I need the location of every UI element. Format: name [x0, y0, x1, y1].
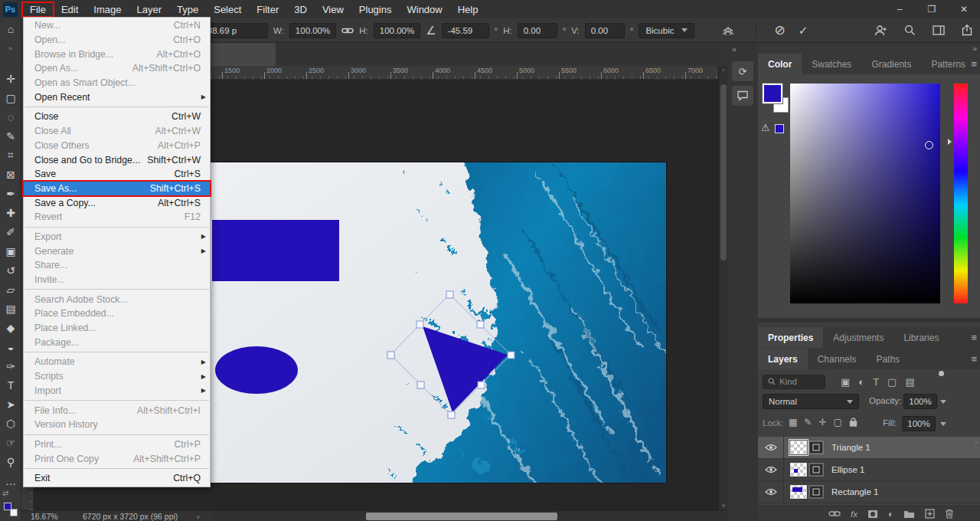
filter-type-layers-icon[interactable]: T [873, 376, 879, 388]
file-menu-item-exit[interactable]: ExitCtrl+Q [24, 471, 210, 486]
expand-panels-icon[interactable]: » [972, 44, 977, 53]
share-user-icon[interactable] [874, 25, 887, 36]
filter-shape-layers-icon[interactable]: ▢ [887, 376, 897, 388]
panel-menu-icon[interactable]: ≡ [971, 332, 977, 343]
tab-color[interactable]: Color [758, 54, 802, 74]
home-icon[interactable]: ⌂ [0, 23, 21, 35]
layer-thumbnails[interactable] [790, 485, 824, 499]
tab-layers[interactable]: Layers [758, 349, 808, 369]
file-menu-item-import[interactable]: Import▶ [24, 384, 210, 398]
file-menu-item-revert[interactable]: RevertF12 [24, 210, 210, 224]
layer-row-rectangle[interactable]: Rectangle 1 [758, 481, 980, 503]
tab-swatches[interactable]: Swatches [802, 54, 861, 74]
filter-toggle-dot[interactable] [939, 371, 944, 376]
foreground-color-swatch[interactable] [4, 503, 11, 510]
chevron-down-icon[interactable] [940, 422, 946, 426]
version-history-icon[interactable]: ⟳ [732, 61, 753, 81]
color-picker-ring[interactable] [925, 141, 933, 149]
filter-pixel-layers-icon[interactable]: ▣ [841, 376, 850, 388]
height-field[interactable]: 100.00% [374, 23, 420, 38]
chevron-down-icon[interactable] [940, 400, 946, 404]
blur-tool-icon[interactable]: ◆ [0, 318, 21, 337]
width-field[interactable]: 100.00% [289, 23, 336, 38]
search-icon[interactable] [904, 25, 916, 36]
file-menu-item-automate[interactable]: Automate▶ [24, 355, 210, 369]
layers-scroll-up-icon[interactable]: ^ [975, 440, 978, 447]
menubar-item-image[interactable]: Image [86, 2, 129, 17]
file-menu-item-open-as-smart-object[interactable]: Open as Smart Object... [24, 76, 210, 90]
marquee-tool-icon[interactable]: ▢ [0, 88, 21, 107]
panel-menu-icon[interactable]: ≡ [971, 58, 977, 70]
eyedropper-tool-icon[interactable]: ✒ [0, 184, 21, 203]
layer-thumbnails[interactable] [790, 441, 824, 454]
opacity-field[interactable]: 100% [903, 394, 937, 409]
visibility-cell[interactable] [758, 481, 784, 503]
lock-position-icon[interactable]: ✛ [818, 417, 826, 428]
file-menu-item-close-and-go-to-bridge[interactable]: Close and Go to Bridge...Shift+Ctrl+W [24, 152, 210, 167]
angle-field[interactable]: -45.59 [442, 23, 489, 38]
swap-colors-icon[interactable]: ⇄ [2, 489, 8, 497]
share-export-icon[interactable] [962, 25, 972, 36]
zoom-tool-icon[interactable]: ⚲ [0, 452, 21, 471]
file-menu-item-export[interactable]: Export▶ [24, 230, 210, 244]
lock-artboard-icon[interactable]: ▢ [833, 417, 841, 428]
file-menu-item-close-all[interactable]: Close AllAlt+Ctrl+W [24, 124, 210, 139]
file-menu-item-search-adobe-stock[interactable]: Search Adobe Stock... [24, 292, 210, 306]
gamut-warning-icon[interactable]: ⚠ [761, 122, 770, 133]
menubar-item-3d[interactable]: 3D [286, 2, 315, 17]
menubar-item-window[interactable]: Window [399, 2, 449, 17]
layer-thumbnails[interactable] [790, 463, 824, 477]
lock-all-icon[interactable] [849, 418, 858, 427]
brush-tool-icon[interactable]: ✐ [0, 222, 21, 241]
blend-mode-select[interactable]: Normal [763, 394, 859, 409]
interpolation-select[interactable]: Bicubic [639, 23, 694, 38]
document-artwork[interactable] [211, 162, 666, 483]
file-menu-item-close[interactable]: CloseCtrl+W [24, 110, 210, 124]
foreground-background-swatches[interactable] [4, 503, 18, 516]
file-menu-item-browse-in-bridge[interactable]: Browse in Bridge...Alt+Ctrl+O [24, 47, 210, 61]
menubar-item-select[interactable]: Select [206, 2, 249, 17]
collapse-panels-icon[interactable]: « [732, 44, 737, 54]
type-tool-icon[interactable]: T [0, 375, 21, 395]
toolbar-collapse-icon[interactable]: » [0, 44, 21, 52]
warp-mode-icon[interactable] [721, 25, 735, 37]
tab-libraries[interactable]: Libraries [893, 327, 949, 348]
fill-field[interactable]: 100% [902, 416, 936, 431]
new-layer-icon[interactable] [925, 509, 935, 519]
zoom-level[interactable]: 16.67% [31, 512, 58, 521]
file-menu-item-print-one-copy[interactable]: Print One CopyAlt+Shift+Ctrl+P [24, 451, 210, 466]
file-menu-item-close-others[interactable]: Close OthersAlt+Ctrl+P [24, 139, 210, 153]
color-field[interactable] [790, 84, 940, 303]
layer-row-ellipse[interactable]: Ellipse 1 [758, 459, 980, 481]
filter-smart-objects-icon[interactable]: ▤ [905, 376, 914, 388]
file-menu-item-invite[interactable]: Invite... [24, 273, 210, 287]
hand-tool-icon[interactable]: ☞ [0, 433, 21, 452]
file-menu-item-save[interactable]: SaveCtrl+S [24, 167, 210, 182]
menubar-item-filter[interactable]: Filter [249, 2, 286, 17]
file-menu-item-version-history[interactable]: Version History [24, 418, 210, 432]
menubar-item-edit[interactable]: Edit [54, 2, 86, 17]
file-menu-item-file-info[interactable]: File Info...Alt+Shift+Ctrl+I [24, 403, 210, 418]
pen-tool-icon[interactable]: ✑ [0, 356, 21, 375]
link-layers-icon[interactable] [828, 510, 841, 517]
file-menu-item-print[interactable]: Print...Ctrl+P [24, 437, 210, 452]
filter-adjustment-layers-icon[interactable]: ◐ [858, 376, 864, 388]
tab-properties[interactable]: Properties [758, 327, 823, 348]
v-skew-field[interactable]: 0.00 [585, 23, 625, 38]
adjustment-layer-icon[interactable]: ◐ [888, 509, 893, 519]
shape-tool-icon[interactable]: ⬡ [0, 414, 21, 433]
dodge-tool-icon[interactable]: ◒ [0, 337, 21, 356]
horizontal-scrollbar[interactable] [213, 511, 733, 521]
visibility-cell[interactable] [758, 437, 784, 459]
history-brush-tool-icon[interactable]: ↺ [0, 260, 21, 280]
commit-transform-icon[interactable]: ✓ [799, 24, 808, 38]
file-menu-item-open-as[interactable]: Open As...Alt+Shift+Ctrl+O [24, 61, 210, 76]
lock-pixels-icon[interactable]: ✎ [804, 417, 812, 428]
vertical-scroll-thumb[interactable] [720, 84, 727, 260]
path-select-tool-icon[interactable]: ➤ [0, 395, 21, 414]
eraser-tool-icon[interactable]: ▱ [0, 280, 21, 299]
toolbar-ellipsis[interactable]: … [0, 471, 21, 490]
frame-tool-icon[interactable]: ⊠ [0, 165, 21, 184]
layer-style-icon[interactable]: fx [851, 510, 858, 519]
file-menu-item-open[interactable]: Open...Ctrl+O [24, 33, 210, 48]
